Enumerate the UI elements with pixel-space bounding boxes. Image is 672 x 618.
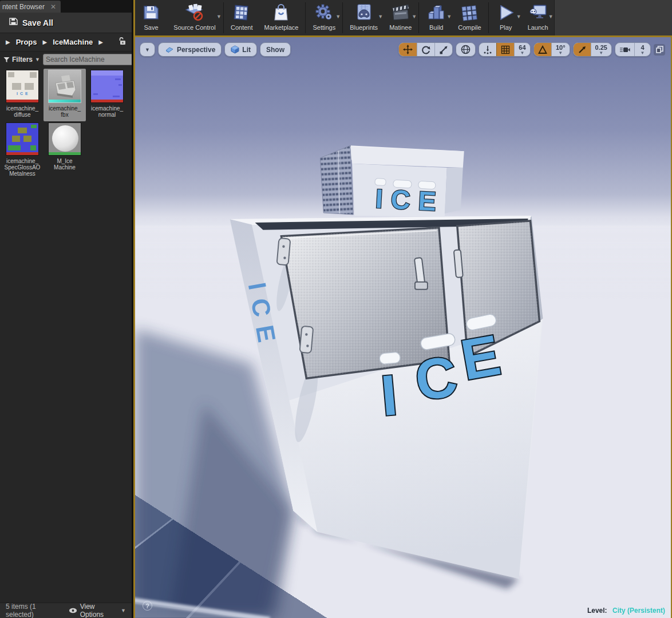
camera-speed-value-button[interactable]: 4 ▼ [634, 43, 650, 56]
asset-m-ice-machine[interactable]: M_Ice Machine [44, 121, 86, 180]
rotation-snap-value-button[interactable]: 10° ▼ [551, 43, 570, 56]
asset-thumbnail [90, 70, 124, 103]
gear-icon [314, 2, 334, 23]
dropdown-caret-icon: ▼ [516, 14, 521, 19]
maximize-viewport-button[interactable] [654, 44, 665, 56]
perspective-icon [164, 46, 174, 53]
toolbar-separator [418, 2, 419, 33]
content-button[interactable]: Content [225, 0, 259, 35]
save-all-button[interactable]: Save All [0, 13, 132, 33]
content-icon [233, 2, 250, 23]
search-input[interactable] [46, 56, 135, 64]
asset-icemachine-specglossao[interactable]: icemachine_ SpecGlossAO Metalness [1, 121, 44, 180]
floppy-icon [142, 2, 160, 23]
scale-icon [439, 45, 448, 54]
viewport-help-icon[interactable]: ? [143, 601, 152, 611]
surface-snap-icon [483, 45, 492, 54]
blueprints-button[interactable]: Blueprints ▼ [344, 0, 384, 35]
breadcrumb: ▶ Props ▶ IceMachine ▶ [0, 33, 132, 52]
tab-content-browser[interactable]: ntent Browser ✕ [0, 1, 61, 13]
save-all-label: Save All [22, 18, 53, 27]
chevron-down-icon: ▼ [35, 57, 40, 62]
dropdown-caret-icon: ▼ [548, 14, 554, 19]
funnel-icon [3, 57, 10, 63]
breadcrumb-arrow-icon: ▶ [43, 39, 48, 45]
grid-snap-toggle-button[interactable] [496, 43, 514, 56]
clapperboard-icon [390, 2, 411, 23]
filters-label: Filters [12, 56, 33, 64]
world-local-toggle-button[interactable] [456, 42, 476, 57]
asset-label: icemachine_ fbx [49, 105, 81, 118]
dropdown-caret-icon: ▼ [335, 14, 341, 19]
dropdown-caret-icon: ▼ [216, 14, 222, 19]
toolbar-separator [342, 2, 343, 33]
transform-tools-group [398, 42, 453, 57]
arrow-up-right-icon [578, 45, 587, 54]
lit-mode-button[interactable]: Lit [224, 42, 257, 57]
camera-icon [619, 46, 630, 54]
viewport-options-button[interactable]: ▼ [140, 42, 155, 57]
rotate-tool-button[interactable] [417, 43, 434, 56]
asset-icemachine-normal[interactable]: icemachine_ normal [86, 69, 128, 121]
chevron-down-icon: ▼ [599, 51, 603, 55]
editor-toolbar: Save Source Control ▼ Content [135, 0, 672, 35]
grid-snap-group: 64 ▼ [479, 42, 531, 57]
asset-label: icemachine_ normal [91, 105, 123, 118]
filters-button[interactable]: Filters ▼ [3, 56, 40, 64]
rotate-icon [421, 45, 430, 54]
move-icon [403, 45, 413, 54]
toolbar-separator [305, 2, 306, 33]
show-flags-button[interactable]: Show [260, 42, 291, 57]
asset-icemachine-fbx[interactable]: icemachine_ fbx [44, 69, 86, 121]
rooftop-ice-sign[interactable]: ICE [320, 145, 464, 217]
view-options-button[interactable]: View Options ▼ [69, 603, 126, 618]
perspective-button[interactable]: Perspective [158, 42, 222, 57]
settings-button[interactable]: Settings ▼ [307, 0, 341, 35]
chevron-down-icon: ▼ [121, 608, 126, 613]
matinee-button[interactable]: Matinee ▼ [384, 0, 417, 35]
dropdown-caret-icon: ▼ [446, 14, 452, 19]
viewport-toolbar-left: ▼ Perspective Lit Show [140, 42, 291, 57]
asset-thumbnail [6, 122, 39, 156]
tab-title: ntent Browser [2, 3, 45, 11]
camera-speed-button[interactable] [615, 43, 634, 56]
breadcrumb-item-props[interactable]: Props [16, 38, 37, 46]
level-viewport[interactable]: I C E ICE [135, 35, 672, 618]
scale-snap-toggle-button[interactable] [574, 43, 591, 56]
marketplace-button[interactable]: Marketplace [259, 0, 305, 35]
item-count: 5 items (1 selected) [6, 603, 63, 618]
breadcrumb-item-icemachine[interactable]: IceMachine [53, 38, 93, 46]
asset-label: M_Ice Machine [54, 158, 76, 171]
asset-label: icemachine_ diffuse [6, 105, 38, 118]
source-control-icon [184, 2, 205, 23]
chevron-down-icon: ▼ [558, 51, 563, 55]
build-button[interactable]: Build ▼ [420, 0, 452, 35]
grid-snap-value-button[interactable]: 64 ▼ [514, 43, 530, 56]
close-icon[interactable]: ✕ [50, 3, 56, 10]
unlock-icon[interactable] [118, 37, 126, 47]
scale-snap-value-button[interactable]: 0.25 ▼ [591, 43, 611, 56]
toolbar-separator [223, 2, 224, 33]
rotation-snap-toggle-button[interactable] [534, 43, 551, 56]
level-indicator: Level: City (Persistent) [587, 607, 665, 615]
asset-icemachine-diffuse[interactable]: I C E icemachine_ diffuse [1, 69, 44, 121]
asset-label: icemachine_ SpecGlossAO Metalness [5, 158, 41, 177]
play-button[interactable]: Play ▼ [490, 0, 522, 35]
chevron-down-icon: ▼ [520, 51, 524, 55]
launch-button[interactable]: Launch ▼ [522, 0, 554, 35]
angle-icon [538, 45, 547, 54]
save-button[interactable]: Save [135, 0, 167, 35]
translate-tool-button[interactable] [399, 43, 417, 56]
eye-icon [69, 608, 77, 613]
asset-grid-empty-area[interactable] [0, 180, 132, 603]
compile-button[interactable]: Compile [452, 0, 487, 35]
launch-icon [528, 2, 548, 23]
content-browser-tabbar: ntent Browser ✕ [0, 0, 132, 13]
content-browser-panel: ntent Browser ✕ Save All ▶ Props ▶ IceMa… [0, 0, 132, 618]
toolbar-separator [488, 2, 489, 33]
scale-tool-button[interactable] [434, 43, 452, 56]
toolbar-empty-area [554, 0, 672, 35]
surface-snap-button[interactable] [479, 43, 496, 56]
source-control-button[interactable]: Source Control ▼ [167, 0, 222, 35]
vent-grille [320, 145, 353, 215]
